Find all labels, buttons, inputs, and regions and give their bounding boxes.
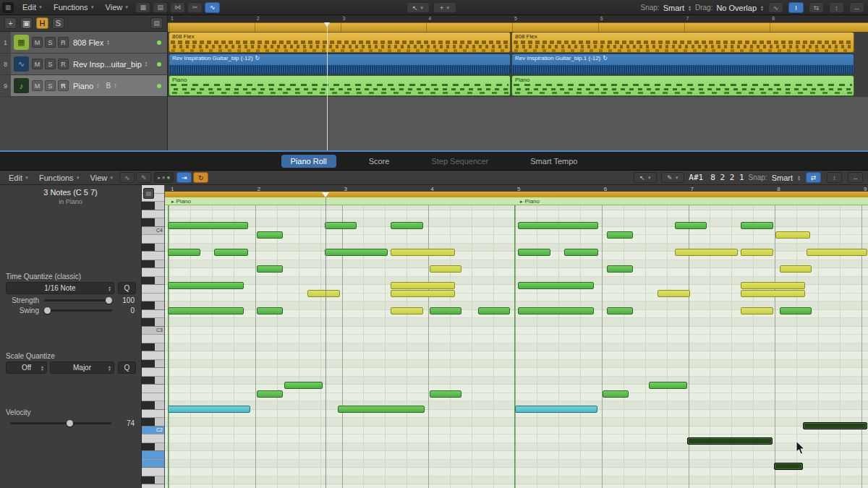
midi-note[interactable] <box>214 249 248 256</box>
midi-note[interactable] <box>741 282 805 289</box>
region-label[interactable]: Piano <box>520 198 540 205</box>
record-enable-button[interactable]: R <box>58 80 69 91</box>
midi-note[interactable] <box>741 307 773 314</box>
menu-functions[interactable]: Functions▼ <box>48 3 100 12</box>
midi-note[interactable] <box>430 265 461 273</box>
midi-note[interactable] <box>307 290 340 297</box>
midi-note[interactable] <box>168 282 244 289</box>
midi-note[interactable] <box>518 282 594 289</box>
solo-button[interactable]: S <box>45 80 56 91</box>
mute-button[interactable]: M <box>32 37 43 48</box>
tab-piano-roll[interactable]: Piano Roll <box>281 155 336 168</box>
piano-key[interactable] <box>142 360 164 369</box>
hide-tracks-button[interactable]: H <box>36 17 48 29</box>
tab-smart-tempo[interactable]: Smart Tempo <box>521 155 587 168</box>
tab-step-sequencer[interactable]: Step Sequencer <box>422 155 498 168</box>
piano-roll-ruler[interactable]: 123456789 <box>165 185 868 197</box>
track-name[interactable]: Rev Insp...uitar_bip <box>73 60 142 69</box>
record-enable-button[interactable]: R <box>58 37 69 48</box>
piano-key[interactable] <box>142 244 164 252</box>
piano-key[interactable] <box>142 377 164 385</box>
region-808-flex-2[interactable]: 808 Flex <box>511 32 854 53</box>
editors-icon[interactable]: ▤ <box>153 2 168 13</box>
pointer-tool[interactable]: ↖▼ <box>634 172 657 183</box>
vertical-zoom-icon[interactable]: ↕ <box>829 2 844 13</box>
midi-note[interactable] <box>607 231 633 239</box>
midi-note[interactable] <box>391 290 455 297</box>
track-header-piano[interactable]: 9 ♪ M S R Piano B <box>0 75 168 97</box>
midi-note[interactable] <box>478 307 510 314</box>
marquee-tool-icon[interactable]: I <box>788 2 804 13</box>
midi-note[interactable] <box>807 249 867 256</box>
piano-key[interactable] <box>142 443 164 452</box>
region-808-flex-1[interactable]: 808 Flex <box>169 32 511 53</box>
quantize-dropdown[interactable]: 1/16 Note <box>6 282 114 294</box>
menu-edit[interactable]: Edit▼ <box>17 3 48 12</box>
playhead-marker[interactable] <box>322 192 329 197</box>
playhead[interactable] <box>326 192 326 488</box>
flex-icon[interactable]: ∿ <box>205 2 220 13</box>
midi-note[interactable] <box>675 222 707 229</box>
piano-key[interactable] <box>142 301 164 310</box>
midi-note[interactable] <box>658 290 690 297</box>
piano-key[interactable] <box>142 335 164 343</box>
midi-note[interactable] <box>780 307 812 314</box>
piano-key[interactable] <box>142 476 164 485</box>
midi-note[interactable] <box>391 249 455 256</box>
midi-note[interactable] <box>515 406 597 413</box>
mute-button[interactable]: M <box>32 80 43 91</box>
quantize-apply-button[interactable]: Q <box>118 282 136 294</box>
piano-key[interactable] <box>142 435 164 443</box>
pointer-tool[interactable]: ↖▼ <box>407 2 430 13</box>
panel-toggle-icon[interactable]: ▤ <box>150 17 163 29</box>
menu-view[interactable]: View▼ <box>101 3 135 12</box>
midi-note[interactable] <box>168 249 200 256</box>
scale-apply-button[interactable]: Q <box>118 361 136 374</box>
duplicate-track-icon[interactable]: ▣ <box>20 17 33 29</box>
midi-note[interactable] <box>741 290 805 297</box>
piano-key[interactable] <box>142 318 164 327</box>
piano-key[interactable] <box>142 401 164 410</box>
piano-key[interactable] <box>142 202 164 210</box>
midi-note[interactable] <box>607 265 633 273</box>
midi-note[interactable] <box>687 437 773 445</box>
midi-note[interactable] <box>284 382 323 389</box>
inspector-toggle-icon[interactable]: ▤ <box>143 188 154 199</box>
midi-note[interactable] <box>168 222 248 229</box>
horizontal-zoom-icon[interactable]: ↔ <box>849 2 864 13</box>
catch-playhead-icon[interactable]: ⇥ <box>176 172 192 183</box>
piano-key[interactable] <box>142 460 164 468</box>
scale-type-dropdown[interactable]: Major <box>50 361 114 374</box>
midi-note[interactable] <box>649 382 687 389</box>
midi-note[interactable] <box>675 249 738 256</box>
piano-key[interactable]: C3 <box>142 327 164 335</box>
region-guitar-2[interactable]: Rev Inspiration Guitar_bip.1 (-12)↻ <box>511 53 854 74</box>
horizontal-zoom-icon[interactable]: ↔ <box>848 172 863 183</box>
region-guitar-1[interactable]: Rev Inspiration Guitar_bip (-12)↻ <box>169 53 511 74</box>
piano-key[interactable] <box>142 294 164 302</box>
midi-note[interactable] <box>325 249 388 256</box>
velocity-slider[interactable] <box>10 422 111 424</box>
midi-note[interactable] <box>391 307 423 314</box>
snap-dropdown[interactable]: Smart <box>772 174 793 182</box>
region-piano-1[interactable]: Piano <box>169 75 511 96</box>
playhead[interactable] <box>327 22 328 150</box>
tab-score[interactable]: Score <box>359 155 399 168</box>
piano-key[interactable] <box>142 268 164 277</box>
scale-root-dropdown[interactable]: Off <box>6 361 47 374</box>
midi-note[interactable] <box>780 265 812 273</box>
mute-button[interactable]: M <box>32 59 43 69</box>
record-dot-icon[interactable]: ● <box>162 174 166 181</box>
midi-note[interactable] <box>518 222 598 229</box>
snap-dropdown[interactable]: Smart <box>663 4 684 12</box>
solo-tracks-button[interactable]: S <box>52 17 64 29</box>
piano-key[interactable] <box>142 484 164 488</box>
midi-draw-icon[interactable]: ∿ <box>119 172 135 183</box>
swing-slider[interactable] <box>44 309 112 312</box>
vertical-zoom-icon[interactable]: ↕ <box>827 172 842 183</box>
pencil-icon[interactable]: ✎ <box>136 172 151 183</box>
region-label[interactable]: Piano <box>171 198 191 205</box>
cycle-range[interactable] <box>165 192 868 197</box>
track-list-empty-area[interactable] <box>0 97 168 150</box>
midi-note[interactable] <box>257 390 283 398</box>
